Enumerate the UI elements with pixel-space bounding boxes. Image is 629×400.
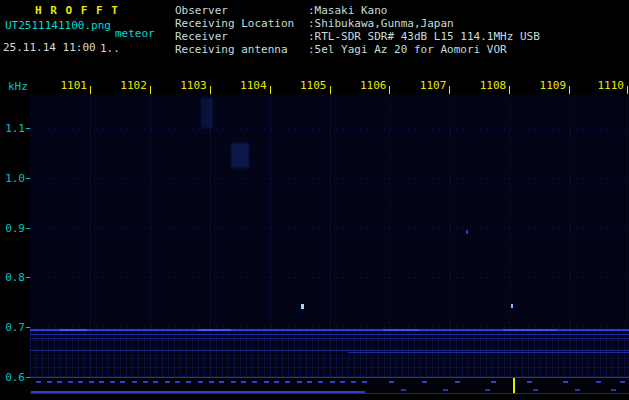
- time-tick: [509, 86, 510, 94]
- signal-mark: [219, 381, 224, 383]
- meteor-echo-2: [511, 304, 513, 308]
- time-tick: [389, 86, 390, 94]
- signal-mark: [264, 381, 269, 383]
- time-tick: [330, 86, 331, 94]
- time-tick-label: 1103: [173, 79, 207, 92]
- time-tick-label: 1110: [590, 79, 624, 92]
- grid-hline: [30, 327, 629, 328]
- time-tick: [569, 86, 570, 94]
- grid-hline: [30, 178, 629, 179]
- time-tick: [150, 86, 151, 94]
- signal-mark: [198, 381, 203, 383]
- signal-mark: [241, 381, 246, 383]
- grid-hline: [30, 128, 629, 129]
- carrier-band-third: [30, 338, 629, 339]
- carrier-band-bright-2: [198, 329, 231, 331]
- dynamic-layer: 1101110211031104110511061107110811091110…: [0, 0, 629, 400]
- signal-mark: [575, 389, 580, 391]
- time-tick: [210, 86, 211, 94]
- time-tick-label: 1101: [53, 79, 87, 92]
- faint-echo: [466, 230, 468, 234]
- signal-mark: [455, 381, 460, 383]
- signal-mark: [330, 381, 335, 383]
- time-tick: [449, 86, 450, 94]
- signal-mark: [318, 381, 323, 383]
- signal-mark: [611, 389, 616, 391]
- signal-mark: [527, 381, 532, 383]
- time-tick-label: 1108: [472, 79, 506, 92]
- signal-mark: [132, 381, 137, 383]
- hrofft-output-screen: { "header": { "app_title": "H R O F F T"…: [0, 0, 629, 400]
- signal-mark: [47, 381, 52, 383]
- signal-mark: [422, 381, 427, 383]
- signal-mark: [165, 381, 170, 383]
- time-tick-label: 1102: [113, 79, 147, 92]
- signal-mark: [285, 381, 290, 383]
- signal-mark: [36, 381, 41, 383]
- noise-smudge-2: [201, 98, 213, 128]
- freq-tick-label: 1.1: [0, 122, 25, 135]
- signal-mark: [340, 381, 345, 383]
- signal-mark: [563, 381, 568, 383]
- time-tick: [90, 86, 91, 94]
- signal-mark: [596, 381, 601, 383]
- signal-mark: [57, 381, 62, 383]
- signal-mark: [110, 381, 115, 383]
- signal-mark: [252, 381, 257, 383]
- signal-mark: [209, 381, 214, 383]
- time-tick-label: 1104: [233, 79, 267, 92]
- signal-mark: [153, 381, 158, 383]
- carrier-band-bright-4: [503, 329, 557, 331]
- noise-smudge-1: [231, 143, 249, 168]
- signal-mark: [389, 381, 394, 383]
- signal-mark: [443, 389, 448, 391]
- time-tick-label: 1106: [352, 79, 386, 92]
- event-tick: [513, 378, 515, 393]
- strip-bottom-line: [30, 393, 629, 394]
- carrier-band-second: [30, 334, 629, 336]
- freq-tick-label: 0.9: [0, 222, 25, 235]
- signal-mark: [620, 381, 625, 383]
- signal-mark: [274, 381, 279, 383]
- signal-mark: [231, 381, 236, 383]
- lower-band-right: [348, 352, 629, 353]
- signal-mark: [307, 381, 312, 383]
- signal-mark: [401, 389, 406, 391]
- grid-hline: [30, 277, 629, 278]
- carrier-band-bright-1: [60, 329, 87, 331]
- signal-mark: [143, 381, 148, 383]
- strip-top-line: [30, 377, 629, 378]
- time-tick: [270, 86, 271, 94]
- signal-mark: [89, 381, 94, 383]
- signal-mark: [297, 381, 302, 383]
- time-tick-label: 1105: [293, 79, 327, 92]
- signal-mark: [491, 381, 496, 383]
- time-tick-label: 1107: [412, 79, 446, 92]
- carrier-band-bright-3: [383, 329, 419, 331]
- signal-mark: [120, 381, 125, 383]
- freq-tick-label: 0.8: [0, 271, 25, 284]
- time-tick: [627, 86, 628, 94]
- time-tick-label: 1109: [532, 79, 566, 92]
- signal-mark: [175, 381, 180, 383]
- signal-mark: [78, 381, 83, 383]
- freq-tick-label: 0.6: [0, 371, 25, 384]
- signal-mark: [351, 381, 356, 383]
- signal-mark: [533, 389, 538, 391]
- grid-hline: [30, 228, 629, 229]
- meteor-echo-1: [301, 304, 304, 309]
- signal-mark: [186, 381, 191, 383]
- freq-tick-label: 1.0: [0, 172, 25, 185]
- signal-mark: [99, 381, 104, 383]
- signal-mark: [362, 381, 367, 383]
- freq-tick-label: 0.7: [0, 321, 25, 334]
- signal-mark: [485, 389, 490, 391]
- signal-mark: [68, 381, 73, 383]
- lower-band: [30, 350, 629, 351]
